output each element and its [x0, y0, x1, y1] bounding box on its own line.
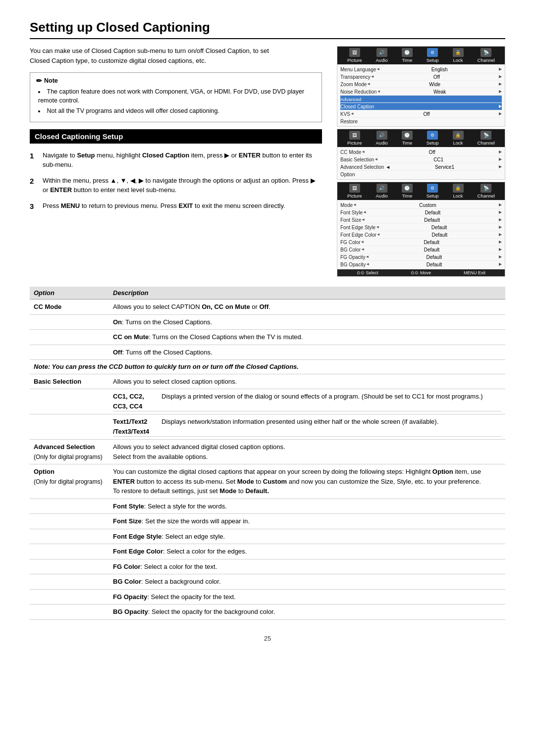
menu-row-mode: Mode ◄ Custom ▶	[340, 202, 502, 209]
menu-row-font-style: Font Style ◄ Default ▶	[340, 209, 502, 216]
channel-icon-1: 📡	[481, 48, 491, 57]
note-item-2: Not all the TV programs and videos will …	[38, 107, 316, 116]
menu-box-2: 🖼Picture 🔊Audio 🕐Time ⚙Setup 🔒Lock 📡Chan…	[337, 129, 505, 180]
lock-icon-2: 🔒	[453, 131, 464, 140]
menu-row-cc-mode: CC Mode ◄ Off ▶	[340, 149, 502, 156]
menu-row-option: Option	[340, 171, 502, 178]
table-row-option: Option (Only for digital programs) You c…	[30, 464, 505, 499]
table-row-fg-opacity: FG Opacity: Select the opacity for the t…	[30, 589, 505, 605]
option-cc-mode: CC Mode	[30, 300, 109, 315]
menu-row-font-edge-color: Font Edge Color ◄ Default ▶	[340, 231, 502, 239]
menu-topbar-2: 🖼Picture 🔊Audio 🕐Time ⚙Setup 🔒Lock 📡Chan…	[337, 129, 505, 147]
menu-rows-2: CC Mode ◄ Off ▶ Basic Selection ◄ CC1 ▶ …	[337, 147, 505, 179]
step-3: 3 Press MENU to return to previous menu.…	[30, 201, 322, 212]
note-list: The caption feature does not work with C…	[36, 88, 316, 116]
menu-rows-3: Mode ◄ Custom ▶ Font Style ◄ Default ▶ F…	[337, 200, 505, 269]
step-text-3: Press MENU to return to previous menu. P…	[43, 201, 285, 212]
menu-row-advanced-selection: Advanced Selection ◄ Service1 ▶	[340, 163, 502, 171]
col-description: Description	[109, 287, 505, 300]
menu-footer: ⊙⊙ Select ⊙⊙ Move MENU Exit	[337, 269, 505, 276]
menu-row-font-edge-style: Font Edge Style ◄ Default ▶	[340, 224, 502, 231]
table-row-cc-mode-on: On: Turns on the Closed Captions.	[30, 314, 505, 330]
time-icon-2: 🕐	[402, 131, 413, 140]
menu-screenshots: 🖼Picture 🔊Audio 🕐Time ⚙Setup 🔒Lock 📡Chan…	[337, 46, 505, 279]
setup-icon-1: ⚙	[427, 48, 438, 57]
note-title-text: Note	[44, 77, 58, 84]
time-icon-1: 🕐	[402, 48, 413, 57]
table-row-bg-color: BG Color: Select a background color.	[30, 574, 505, 590]
audio-icon-1: 🔊	[376, 48, 387, 57]
menu-row-fg-opacity: FG Opacity ◄ Default ▶	[340, 253, 502, 261]
menu-row-restore: Restore	[340, 118, 502, 125]
audio-icon-2: 🔊	[376, 131, 387, 140]
option-table: Option Description CC Mode Allows you to…	[30, 287, 505, 620]
table-row-text1-text4: Text1/Text2/Text3/Text4 Displays network…	[30, 414, 505, 440]
picture-icon-3: 🖼	[349, 184, 360, 193]
menu-box-3: 🖼Picture 🔊Audio 🕐Time ⚙Setup 🔒Lock 📡Chan…	[337, 182, 505, 277]
menu-row-zoom: Zoom Mode ◄ Wide ▶	[340, 81, 502, 88]
menu-row-advanced: Advanced	[340, 96, 502, 103]
note-item-1: The caption feature does not work with C…	[38, 88, 316, 105]
menu-row-menu-language: Menu Language ◄ English ▶	[340, 66, 502, 73]
table-row-font-style: Font Style: Select a style for the words…	[30, 499, 505, 514]
menu-row-font-size: Font Size ◄ Default ▶	[340, 216, 502, 224]
table-row-advanced-selection: Advanced Selection (Only for digital pro…	[30, 440, 505, 464]
page-number: 25	[30, 635, 505, 642]
menu-rows-1: Menu Language ◄ English ▶ Transparency ◄…	[337, 64, 505, 126]
step-text-2: Within the menu, press ▲, ▼, ◀, ▶ to nav…	[43, 176, 322, 195]
audio-icon-3: 🔊	[376, 184, 387, 193]
menu-row-kvs: KVS ◄ Off ▶	[340, 110, 502, 118]
table-row-font-edge-style: Font Edge Style: Select an edge style.	[30, 529, 505, 544]
step-num-2: 2	[30, 176, 39, 195]
menu-row-closed-caption: Closed Caption ▶	[340, 103, 502, 110]
table-row-fg-color: FG Color: Select a color for the text.	[30, 559, 505, 574]
table-row-cc-mode-off: Off: Turns off the Closed Captions.	[30, 345, 505, 360]
menu-row-basic-selection: Basic Selection ◄ CC1 ▶	[340, 156, 502, 163]
step-text-1: Navigate to Setup menu, highlight Closed…	[43, 151, 322, 170]
table-row-basic-selection: Basic Selection Allows you to select clo…	[30, 374, 505, 389]
channel-icon-2: 📡	[481, 131, 491, 140]
step-1: 1 Navigate to Setup menu, highlight Clos…	[30, 151, 322, 170]
lock-icon-1: 🔒	[453, 48, 464, 57]
step-num-1: 1	[30, 151, 39, 170]
steps-container: 1 Navigate to Setup menu, highlight Clos…	[30, 151, 322, 212]
table-row-cc-mode: CC Mode Allows you to select CAPTION On,…	[30, 300, 505, 315]
setup-icon-2: ⚙	[427, 131, 438, 140]
menu-row-transparency: Transparency ◄ Off ▶	[340, 73, 502, 81]
picture-icon-1: 🖼	[349, 48, 360, 57]
table-row-cc1-cc4: CC1, CC2,CC3, CC4 Displays a printed ver…	[30, 389, 505, 414]
channel-icon-3: 📡	[481, 184, 491, 193]
lock-icon-3: 🔒	[453, 184, 464, 193]
page-title: Setting up Closed Captioning	[30, 20, 505, 39]
desc-cc-mode: Allows you to select CAPTION On, CC on M…	[109, 300, 505, 315]
time-icon-3: 🕐	[402, 184, 413, 193]
picture-icon-2: 🖼	[349, 131, 360, 140]
col-option: Option	[30, 287, 109, 300]
menu-topbar-1: 🖼Picture 🔊Audio 🕐Time ⚙Setup 🔒Lock 📡Chan…	[337, 47, 505, 64]
menu-row-bg-color: BG Color ◄ Default ▶	[340, 246, 502, 253]
table-row-bg-opacity: BG Opacity: Select the opacity for the b…	[30, 605, 505, 620]
note-icon: ✏	[36, 77, 42, 85]
table-row-font-size: Font Size: Set the size the words will a…	[30, 514, 505, 529]
step-2: 2 Within the menu, press ▲, ▼, ◀, ▶ to n…	[30, 176, 322, 195]
step-num-3: 3	[30, 201, 39, 212]
menu-row-fg-color: FG Color ◄ Default ▶	[340, 239, 502, 246]
table-row-cc-mode-note: Note: You can press the CCD button to qu…	[30, 360, 505, 374]
table-row-font-edge-color: Font Edge Color: Select a color for the …	[30, 544, 505, 559]
menu-topbar-3: 🖼Picture 🔊Audio 🕐Time ⚙Setup 🔒Lock 📡Chan…	[337, 182, 505, 200]
cc-setup-heading: Closed Captioning Setup	[30, 129, 322, 144]
intro-text: You can make use of Closed Caption sub-m…	[30, 46, 277, 65]
table-row-cc-mode-mute: CC on Mute: Turns on the Closed Captions…	[30, 330, 505, 345]
menu-row-noise: Noise Reduction ◄ Weak ▶	[340, 88, 502, 96]
menu-box-1: 🖼Picture 🔊Audio 🕐Time ⚙Setup 🔒Lock 📡Chan…	[337, 46, 505, 127]
setup-icon-3: ⚙	[427, 184, 438, 193]
note-box: ✏ Note The caption feature does not work…	[30, 72, 322, 122]
menu-row-bg-opacity: BG Opacity ◄ Default ▶	[340, 261, 502, 268]
